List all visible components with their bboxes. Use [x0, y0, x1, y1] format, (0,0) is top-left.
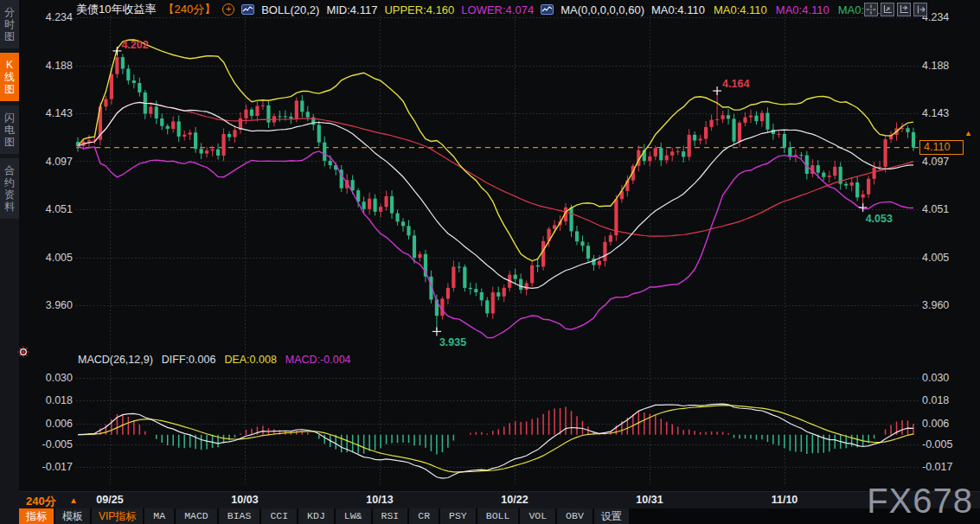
collapse-pane-icon[interactable]	[913, 3, 927, 16]
macd-indicator-label[interactable]: MACD(26,12,9)	[78, 354, 153, 366]
macd-axis-label: -0.005	[922, 438, 977, 451]
date-label: 10/13	[355, 494, 404, 506]
toolbar-item-kdj[interactable]: KDJ	[298, 508, 334, 524]
timeframe-label[interactable]: 【240分】	[163, 2, 215, 17]
ma-value-0: MA0:4.110	[651, 3, 705, 16]
price-annotation: 4.202	[112, 39, 148, 55]
toolbar-item-settings[interactable]: 设置	[594, 508, 629, 524]
sidebar: 分 时 图K 线 图闪 电 图合 约 资 料	[0, 0, 19, 524]
date-label: 10/03	[221, 494, 269, 506]
chart-window-controls	[864, 3, 927, 16]
brand-watermark: FX678	[867, 482, 973, 521]
macd-axis-label: 0.006	[922, 418, 977, 430]
timeframe-indicator[interactable]: 240分	[26, 494, 56, 509]
toolbar-item-template[interactable]: 模板	[55, 508, 90, 524]
scale-right-icon[interactable]	[897, 3, 911, 16]
date-label: 09/25	[86, 494, 134, 506]
toolbar-item-ma[interactable]: MA	[144, 508, 174, 524]
sidebar-item-contract-info[interactable]: 合 约 资 料	[0, 158, 19, 219]
kline-trading-window: 4.2024.1643.9354.053 分 时 图K 线 图闪 电 图合 约 …	[0, 0, 980, 524]
price-axis-label: 4.234	[922, 11, 977, 23]
boll-upper-value: UPPER:4.160	[384, 3, 454, 16]
macd-axis-label: 0.030	[922, 372, 977, 384]
macd-pane	[78, 404, 913, 478]
ma-value-1: MA0:4.110	[714, 3, 767, 16]
toolbar-item-vol[interactable]: VOL	[520, 508, 555, 524]
live-record-icon	[17, 346, 29, 358]
kline-chart-canvas: 4.2024.1643.9354.053	[0, 0, 980, 524]
toolbar-item-macd[interactable]: MACD	[176, 508, 217, 524]
svg-text:4.202: 4.202	[121, 39, 148, 51]
sidebar-item-lightning-chart[interactable]: 闪 电 图	[0, 105, 19, 154]
toolbar-item-boll[interactable]: BOLL	[477, 508, 519, 524]
boll-lower-value: LOWER:4.074	[461, 3, 534, 16]
toolbar-item-obv[interactable]: OBV	[557, 508, 592, 524]
price-axis-label: 4.005	[922, 252, 977, 264]
price-annotation: 4.053	[859, 203, 893, 225]
boll-indicator-icon[interactable]	[241, 4, 254, 15]
ma-indicator-icon[interactable]	[541, 4, 554, 15]
main-pane	[76, 40, 919, 338]
svg-text:3.935: 3.935	[439, 336, 466, 348]
scale-left-icon[interactable]	[881, 3, 894, 16]
date-label: 11/10	[760, 494, 809, 506]
boll-mid-value: MID:4.117	[326, 3, 377, 16]
current-price-badge: 4.110	[919, 140, 964, 155]
macd-dea-value: DEA:0.008	[224, 354, 276, 366]
instrument-title: 美债10年收益率	[76, 2, 156, 17]
indicator-toolbar: 指标模板VIP指标MAMACDBIASCCIKDJLW&RSICRPSYBOLL…	[19, 508, 980, 524]
toolbar-item-lw[interactable]: LW&	[336, 508, 371, 524]
price-up-arrow-icon: ▲	[964, 129, 972, 137]
crosshair-icon[interactable]	[864, 3, 878, 16]
ma-params-label: MA(0,0,0,0,0,60)	[560, 3, 644, 16]
toolbar-item-psy[interactable]: PSY	[440, 508, 476, 524]
chart-header: 美债10年收益率 【240分】 + BOLL(20,2) MID:4.117 U…	[76, 2, 880, 17]
toolbar-item-cci[interactable]: CCI	[261, 508, 297, 524]
macd-diff-value: DIFF:0.006	[162, 354, 216, 366]
toolbar-item-rsi[interactable]: RSI	[373, 508, 408, 524]
toolbar-item-cr[interactable]: CR	[409, 508, 439, 524]
macd-header: MACD(26,12,9) DIFF:0.006 DEA:0.008 MACD:…	[78, 354, 351, 366]
svg-text:4.164: 4.164	[722, 78, 749, 90]
ma-values: MA0:4.110MA0:4.110MA0:4.110MA0:4.1	[651, 3, 880, 16]
date-label: 10/22	[490, 494, 539, 506]
macd-hist-value: MACD:-0.004	[285, 354, 351, 366]
price-annotation: 4.164	[713, 78, 749, 95]
price-annotation: 3.935	[432, 327, 466, 348]
price-axis-label: 3.960	[922, 299, 977, 311]
add-indicator-icon[interactable]: +	[222, 3, 234, 16]
grid-lines	[76, 16, 919, 486]
macd-axis-label: 0.018	[922, 394, 977, 406]
date-label: 10/31	[625, 494, 674, 506]
toolbar-item-vip-indicator[interactable]: VIP指标	[92, 508, 143, 524]
sidebar-item-time-chart[interactable]: 分 时 图	[0, 0, 19, 48]
macd-axis-label: -0.017	[922, 461, 977, 473]
price-axis-label: 4.051	[922, 203, 977, 215]
toolbar-item-bias[interactable]: BIAS	[219, 508, 260, 524]
price-axis-label: 4.143	[922, 107, 977, 119]
current-price-value: 4.110	[924, 141, 950, 153]
sidebar-item-kline-chart[interactable]: K 线 图	[0, 53, 19, 101]
toolbar-item-indicator[interactable]: 指标	[19, 508, 54, 524]
ma-value-2: MA0:4.110	[776, 3, 829, 16]
price-axis-label: 4.188	[922, 60, 977, 72]
date-axis: 240分 ▲ 09/2510/0310/1310/2210/3111/10	[19, 491, 980, 509]
svg-text:4.053: 4.053	[866, 213, 893, 225]
boll-label: BOLL(20,2)	[261, 3, 319, 16]
price-axis-label: 4.097	[922, 156, 977, 168]
timeframe-up-arrow-icon: ▲	[69, 495, 78, 505]
